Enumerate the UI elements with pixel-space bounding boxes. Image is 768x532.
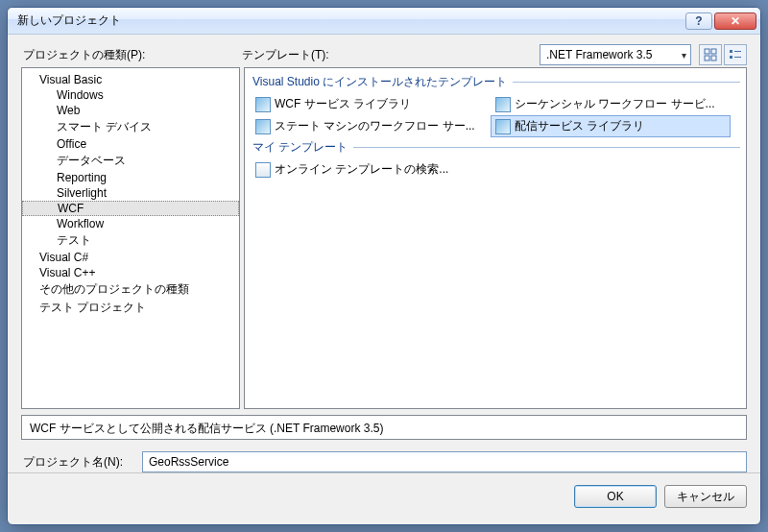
window-title: 新しいプロジェクト <box>17 12 684 29</box>
tree-node[interactable]: Reporting <box>22 170 239 185</box>
my-templates-header: マイ テンプレート <box>251 137 740 158</box>
tree-node[interactable]: Visual C++ <box>22 265 239 280</box>
svg-rect-6 <box>730 56 732 59</box>
template-icon <box>255 97 271 112</box>
template-item[interactable]: ステート マシンのワークフロー サー... <box>251 115 491 137</box>
template-item-label: WCF サービス ライブラリ <box>275 96 411 112</box>
svg-rect-4 <box>730 50 732 53</box>
template-icon <box>255 119 271 134</box>
close-button[interactable]: ✕ <box>714 12 756 30</box>
titlebar: 新しいプロジェクト ? ✕ <box>8 8 760 35</box>
template-item-label: オンライン テンプレートの検索... <box>275 161 448 178</box>
dialog-body: プロジェクトの種類(P): テンプレート(T): .NET Framework … <box>8 35 760 472</box>
search-icon <box>255 162 271 178</box>
dialog-footer: OK キャンセル <box>8 472 760 524</box>
cancel-button-label: キャンセル <box>677 489 734 505</box>
svg-rect-2 <box>705 56 709 60</box>
project-name-label: プロジェクト名(N): <box>21 454 136 471</box>
framework-combo[interactable]: .NET Framework 3.5 ▾ <box>540 44 691 65</box>
cancel-button[interactable]: キャンセル <box>664 485 747 508</box>
project-name-row: プロジェクト名(N): <box>21 451 747 472</box>
tree-node[interactable]: データベース <box>22 152 239 170</box>
tree-node[interactable]: Visual Basic <box>22 72 239 87</box>
tree-node[interactable]: Windows <box>22 87 239 103</box>
project-type-tree[interactable]: Visual BasicWindowsWebスマート デバイスOfficeデータ… <box>21 67 240 409</box>
template-item[interactable]: WCF サービス ライブラリ <box>251 93 491 115</box>
tree-node[interactable]: テスト <box>22 231 239 250</box>
new-project-dialog: 新しいプロジェクト ? ✕ プロジェクトの種類(P): テンプレート(T): .… <box>7 7 761 525</box>
installed-templates-header: Visual Studio にインストールされたテンプレート <box>251 72 740 93</box>
tree-node[interactable]: Visual C# <box>22 250 239 265</box>
chevron-down-icon: ▾ <box>682 50 686 60</box>
template-item-label: ステート マシンのワークフロー サー... <box>275 118 475 134</box>
template-item[interactable]: 配信サービス ライブラリ <box>491 115 731 137</box>
divider <box>353 147 740 148</box>
large-icons-button[interactable] <box>699 44 722 65</box>
small-icons-button[interactable] <box>724 44 747 65</box>
tree-node[interactable]: テスト プロジェクト <box>22 299 239 317</box>
svg-rect-1 <box>711 49 716 54</box>
ok-button[interactable]: OK <box>574 485 657 508</box>
panes: Visual BasicWindowsWebスマート デバイスOfficeデータ… <box>21 67 747 409</box>
small-icons-icon <box>729 48 742 61</box>
my-templates-header-text: マイ テンプレート <box>252 139 348 156</box>
tree-node[interactable]: Workflow <box>22 216 239 231</box>
large-icons-icon <box>704 48 717 61</box>
framework-selected: .NET Framework 3.5 <box>546 48 652 61</box>
my-templates-grid: オンライン テンプレートの検索... <box>251 158 740 181</box>
svg-rect-0 <box>705 49 709 54</box>
template-list[interactable]: Visual Studio にインストールされたテンプレート WCF サービス … <box>244 67 747 409</box>
tree-node[interactable]: Office <box>22 136 239 152</box>
header-row: プロジェクトの種類(P): テンプレート(T): .NET Framework … <box>21 44 747 65</box>
ok-button-label: OK <box>607 490 623 503</box>
template-item-label: シーケンシャル ワークフロー サービ... <box>515 96 715 112</box>
template-description: WCF サービスとして公開される配信サービス (.NET Framework 3… <box>21 415 747 440</box>
divider <box>513 82 740 83</box>
template-item-label: 配信サービス ライブラリ <box>515 118 644 134</box>
template-item[interactable]: シーケンシャル ワークフロー サービ... <box>491 93 731 115</box>
tree-node[interactable]: その他のプロジェクトの種類 <box>22 280 239 299</box>
svg-rect-7 <box>734 57 741 58</box>
template-icon <box>495 119 511 134</box>
templates-label: テンプレート(T): <box>240 47 540 63</box>
template-item[interactable]: オンライン テンプレートの検索... <box>251 158 491 181</box>
help-button[interactable]: ? <box>685 12 712 30</box>
tree-node[interactable]: Web <box>22 103 239 118</box>
tree-node[interactable]: Silverlight <box>22 185 239 201</box>
svg-rect-5 <box>734 51 741 52</box>
tree-node[interactable]: スマート デバイス <box>22 118 239 136</box>
tree-node[interactable]: WCF <box>22 201 239 216</box>
project-name-input[interactable] <box>142 451 747 472</box>
svg-rect-3 <box>711 56 716 60</box>
template-icon <box>495 97 511 112</box>
project-types-label: プロジェクトの種類(P): <box>21 47 240 63</box>
installed-templates-header-text: Visual Studio にインストールされたテンプレート <box>252 74 507 90</box>
installed-templates-grid: WCF サービス ライブラリシーケンシャル ワークフロー サービ...ステート … <box>251 93 740 137</box>
